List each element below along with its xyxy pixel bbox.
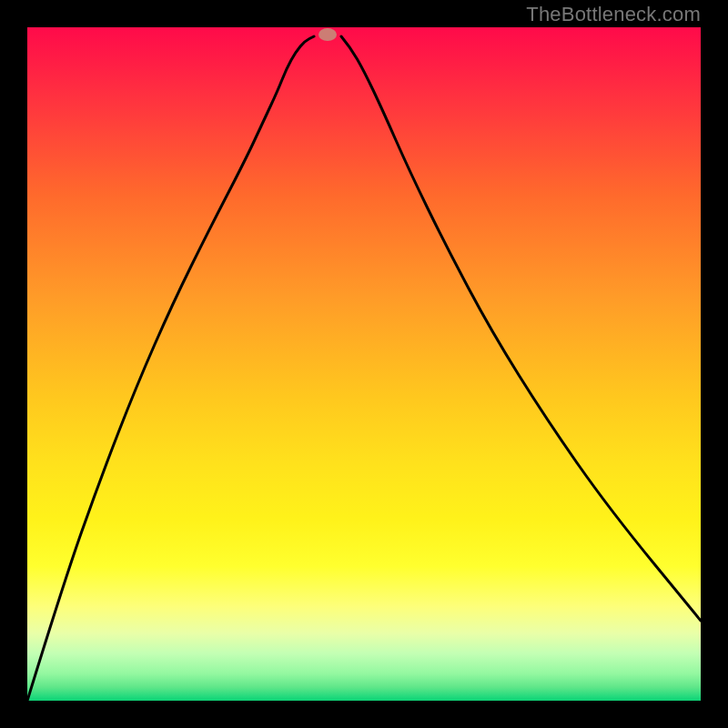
curve-svg: [27, 27, 701, 701]
plot-area: [27, 27, 701, 701]
minimum-marker: [318, 28, 337, 41]
curve-right-branch: [341, 36, 701, 621]
attribution-text: TheBottleneck.com: [526, 3, 701, 26]
chart-frame: TheBottleneck.com: [0, 0, 728, 728]
curve-left-branch: [27, 36, 314, 701]
